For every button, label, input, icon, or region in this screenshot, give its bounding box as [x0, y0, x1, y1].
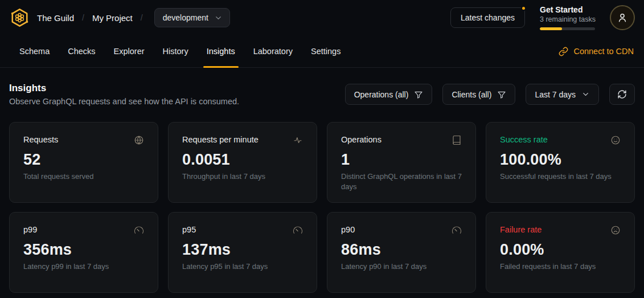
get-started-subtitle: 3 remaining tasks	[540, 15, 595, 23]
tab-label: Checks	[68, 47, 95, 56]
stat-title: p95	[182, 224, 196, 235]
stat-description: Throughput in last 7 days	[182, 172, 303, 182]
funnel-icon	[414, 90, 423, 99]
breadcrumb-project[interactable]: My Project	[92, 13, 133, 23]
stat-value: 52	[23, 151, 144, 169]
get-started-progress-fill	[540, 27, 562, 30]
frown-icon	[610, 225, 621, 235]
tab-label: Insights	[207, 47, 235, 56]
tab-label: Schema	[19, 47, 50, 56]
stat-title: Success rate	[500, 134, 548, 145]
notification-dot	[521, 6, 526, 11]
stat-description: Latency p95 in last 7 days	[182, 262, 303, 272]
breadcrumb-separator: /	[82, 13, 84, 22]
gauge-icon	[293, 225, 303, 235]
tab-laboratory[interactable]: Laboratory	[244, 35, 302, 67]
insights-page: Insights Observe GraphQL requests and se…	[0, 68, 644, 293]
tab-history[interactable]: History	[154, 35, 198, 67]
tab-label: Explorer	[114, 47, 145, 56]
stat-card-p99: p99 356ms Latency p99 in last 7 days	[9, 212, 158, 293]
user-menu-button[interactable]	[610, 5, 635, 30]
stat-description: Distinct GraphQL operations in last 7 da…	[341, 172, 462, 191]
stat-value: 137ms	[182, 241, 303, 259]
stat-value: 0.0051	[182, 151, 303, 169]
stat-value: 86ms	[341, 241, 462, 259]
breadcrumb: The Guild / My Project / development	[37, 8, 230, 27]
stat-title: Failure rate	[500, 224, 542, 235]
stat-value: 0.00%	[500, 241, 621, 259]
user-icon	[617, 12, 628, 23]
get-started-progressbar	[540, 27, 595, 30]
stat-description: Successful requests in last 7 days	[500, 172, 621, 182]
stat-value: 1	[341, 151, 462, 169]
gauge-icon	[452, 225, 462, 235]
stat-card-requests: Requests 52 Total requests served	[9, 122, 158, 203]
stat-description: Total requests served	[23, 172, 144, 182]
smile-icon	[610, 135, 621, 145]
tab-label: History	[163, 47, 188, 56]
latest-changes-button[interactable]: Latest changes	[450, 7, 525, 28]
refresh-button[interactable]	[609, 84, 635, 105]
target-selector-value: development	[163, 13, 208, 22]
header-actions: Latest changes Get Started 3 remaining t…	[450, 5, 635, 31]
tab-settings[interactable]: Settings	[302, 35, 350, 67]
period-selector-label: Last 7 days	[535, 90, 576, 99]
stat-card-failure-rate: Failure rate 0.00% Failed requests in la…	[486, 212, 635, 293]
stat-description: Latency p99 in last 7 days	[23, 262, 144, 272]
stat-card-p90: p90 86ms Latency p90 in last 7 days	[327, 212, 476, 293]
book-icon	[452, 135, 462, 145]
latest-changes-label: Latest changes	[461, 13, 515, 22]
stats-grid: Requests 52 Total requests served Reques…	[9, 122, 635, 293]
target-selector[interactable]: development	[154, 8, 230, 27]
activity-icon	[293, 135, 303, 145]
breadcrumb-separator: /	[141, 13, 143, 22]
page-title: Insights	[9, 83, 239, 94]
gauge-icon	[134, 225, 144, 235]
tab-schema[interactable]: Schema	[10, 35, 59, 67]
stat-title: Operations	[341, 134, 382, 145]
stat-card-p95: p95 137ms Latency p95 in last 7 days	[168, 212, 317, 293]
clients-filter-label: Clients (all)	[452, 90, 491, 99]
period-selector-button[interactable]: Last 7 days	[526, 84, 599, 105]
get-started-title: Get Started	[540, 5, 595, 15]
tab-insights[interactable]: Insights	[198, 35, 244, 67]
stat-description: Failed requests in last 7 days	[500, 262, 621, 272]
stat-title: Requests	[23, 134, 58, 145]
clients-filter-button[interactable]: Clients (all)	[442, 84, 515, 105]
funnel-icon	[497, 90, 506, 99]
link-icon	[559, 47, 568, 56]
chevron-down-icon	[581, 90, 590, 99]
tab-checks[interactable]: Checks	[59, 35, 104, 67]
chevron-down-icon	[214, 14, 223, 22]
insights-filters: Operations (all) Clients (all) Last 7 da…	[345, 84, 635, 105]
stat-title: p99	[23, 224, 37, 235]
operations-filter-label: Operations (all)	[354, 90, 409, 99]
tab-label: Settings	[311, 47, 341, 56]
page-subtitle: Observe GraphQL requests and see how the…	[9, 97, 239, 106]
hive-logo-icon[interactable]	[9, 7, 30, 28]
stat-card-operations: Operations 1 Distinct GraphQL operations…	[327, 122, 476, 203]
stat-description: Latency p90 in last 7 days	[341, 262, 462, 272]
stat-title: p90	[341, 224, 355, 235]
breadcrumb-org[interactable]: The Guild	[37, 13, 74, 23]
stat-value: 100.00%	[500, 151, 621, 169]
app-header: The Guild / My Project / development Lat…	[0, 0, 644, 35]
stat-card-success-rate: Success rate 100.00% Successful requests…	[486, 122, 635, 203]
project-nav: Schema Checks Explorer History Insights …	[0, 35, 644, 68]
insights-header: Insights Observe GraphQL requests and se…	[9, 83, 635, 106]
stat-value: 356ms	[23, 241, 144, 259]
get-started-widget[interactable]: Get Started 3 remaining tasks	[540, 5, 595, 31]
tab-explorer[interactable]: Explorer	[105, 35, 154, 67]
connect-to-cdn-button[interactable]: Connect to CDN	[559, 35, 634, 67]
insights-heading-block: Insights Observe GraphQL requests and se…	[9, 83, 239, 106]
tab-label: Laboratory	[253, 47, 293, 56]
refresh-icon	[617, 89, 627, 99]
stat-title: Requests per minute	[182, 134, 259, 145]
connect-to-cdn-label: Connect to CDN	[573, 47, 634, 56]
globe-icon	[134, 135, 144, 145]
stat-card-rpm: Requests per minute 0.0051 Throughput in…	[168, 122, 317, 203]
operations-filter-button[interactable]: Operations (all)	[345, 84, 433, 105]
